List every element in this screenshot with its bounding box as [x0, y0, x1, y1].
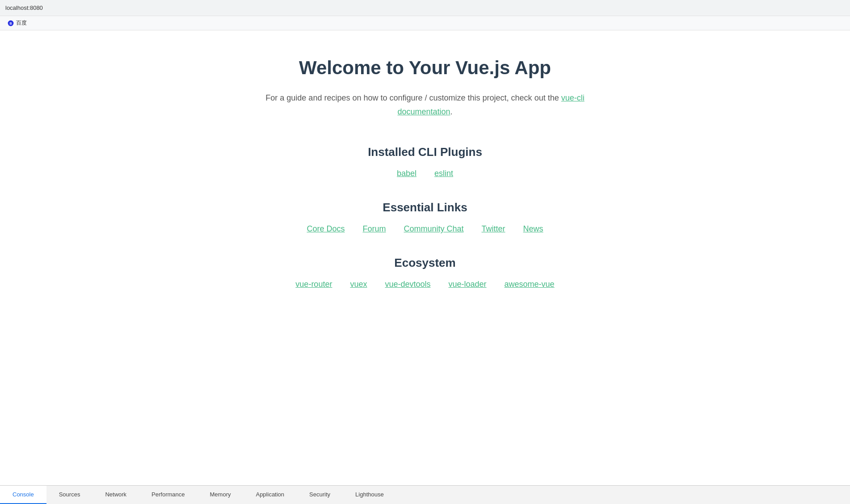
ecosystem-links: vue-router vuex vue-devtools vue-loader … [224, 280, 626, 289]
subtitle-text-after: . [450, 107, 453, 116]
vue-loader-link[interactable]: vue-loader [449, 280, 487, 289]
tab-network[interactable]: Network [93, 486, 139, 504]
url-display: localhost:8080 [5, 4, 43, 11]
subtitle-text-before: For a guide and recipes on how to config… [265, 93, 561, 102]
awesome-vue-link[interactable]: awesome-vue [505, 280, 555, 289]
bookmark-baidu-label: 百度 [16, 19, 27, 27]
vue-devtools-link[interactable]: vue-devtools [385, 280, 430, 289]
vue-router-link[interactable]: vue-router [295, 280, 332, 289]
page-content: Welcome to Your Vue.js App For a guide a… [0, 30, 850, 504]
twitter-link[interactable]: Twitter [482, 224, 505, 234]
cli-plugins-links: babel eslint [224, 169, 626, 178]
essential-links-title: Essential Links [224, 201, 626, 214]
tab-security[interactable]: Security [297, 486, 343, 504]
community-chat-link[interactable]: Community Chat [404, 224, 463, 234]
tab-console[interactable]: Console [0, 486, 46, 504]
cli-plugins-title: Installed CLI Plugins [224, 145, 626, 159]
tab-performance[interactable]: Performance [139, 486, 197, 504]
cli-plugins-section: Installed CLI Plugins babel eslint [224, 145, 626, 178]
baidu-icon: B [7, 20, 14, 27]
news-link[interactable]: News [523, 224, 543, 234]
tab-memory[interactable]: Memory [198, 486, 244, 504]
bookmark-baidu[interactable]: B 百度 [4, 18, 29, 28]
forum-link[interactable]: Forum [362, 224, 386, 234]
babel-link[interactable]: babel [397, 169, 417, 178]
devtools-bar: Console Sources Network Performance Memo… [0, 485, 850, 504]
address-bar: localhost:8080 [0, 0, 850, 16]
bookmark-bar: B 百度 [0, 16, 850, 30]
subtitle: For a guide and recipes on how to config… [255, 91, 595, 118]
essential-links-section: Essential Links Core Docs Forum Communit… [224, 201, 626, 234]
ecosystem-title: Ecosystem [224, 256, 626, 270]
core-docs-link[interactable]: Core Docs [307, 224, 345, 234]
ecosystem-section: Ecosystem vue-router vuex vue-devtools v… [224, 256, 626, 289]
svg-text:B: B [9, 21, 12, 25]
page-title: Welcome to Your Vue.js App [299, 57, 551, 79]
tab-lighthouse[interactable]: Lighthouse [343, 486, 396, 504]
vuex-link[interactable]: vuex [350, 280, 367, 289]
eslint-link[interactable]: eslint [434, 169, 453, 178]
essential-links-links: Core Docs Forum Community Chat Twitter N… [224, 224, 626, 234]
tab-sources[interactable]: Sources [46, 486, 93, 504]
tab-application[interactable]: Application [243, 486, 297, 504]
